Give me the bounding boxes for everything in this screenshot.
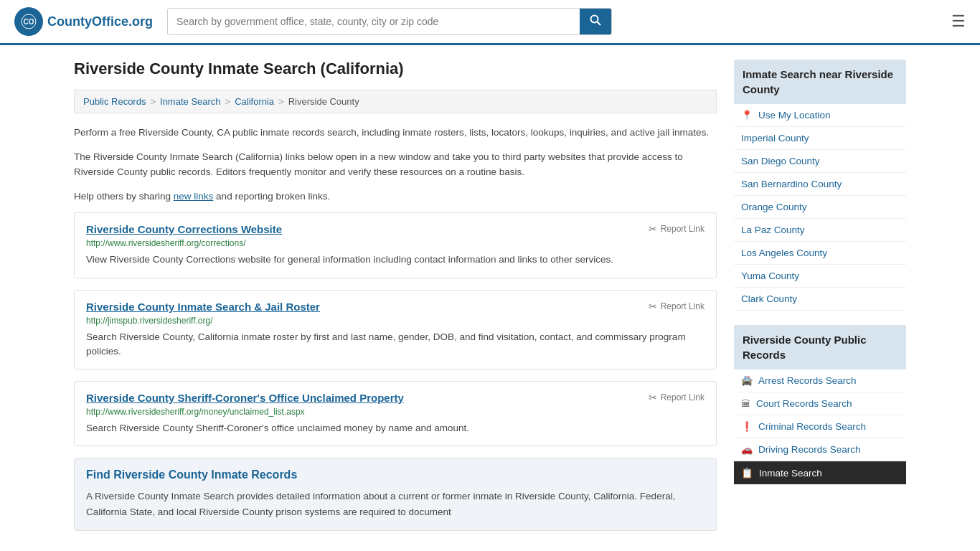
breadcrumb-sep-3: > <box>278 96 284 107</box>
public-records-section-title: Riverside County Public Records <box>734 325 906 369</box>
result-card-2: Riverside County Inmate Search & Jail Ro… <box>74 290 717 370</box>
search-input[interactable] <box>168 9 580 34</box>
san-diego-county-item[interactable]: San Diego County <box>734 150 906 173</box>
result-3-title[interactable]: Riverside County Sheriff-Coroner's Offic… <box>86 392 404 404</box>
clark-county-link[interactable]: Clark County <box>741 293 797 304</box>
orange-county-item[interactable]: Orange County <box>734 196 906 219</box>
breadcrumb: Public Records > Inmate Search > Califor… <box>74 90 717 113</box>
yuma-county-link[interactable]: Yuma County <box>741 270 799 281</box>
public-records-section: Riverside County Public Records 🚔 Arrest… <box>734 325 906 484</box>
inmate-search-label: Inmate Search <box>759 468 822 479</box>
court-records-link[interactable]: Court Records Search <box>756 398 852 409</box>
breadcrumb-item-california[interactable]: California <box>235 96 274 107</box>
main-content: Riverside County Inmate Search (Californ… <box>74 60 717 531</box>
main-container: Riverside County Inmate Search (Californ… <box>60 45 920 545</box>
site-logo[interactable]: CO CountyOffice.org <box>14 7 153 36</box>
breadcrumb-item-riverside: Riverside County <box>288 96 359 107</box>
driving-records-icon: 🚗 <box>741 444 753 455</box>
result-3-report-btn[interactable]: ✂ Report Link <box>649 392 705 403</box>
inmate-search-icon: 📋 <box>741 467 753 479</box>
find-records-desc: A Riverside County Inmate Search provide… <box>86 489 705 519</box>
search-button[interactable] <box>580 9 611 34</box>
la-paz-county-link[interactable]: La Paz County <box>741 225 805 235</box>
clark-county-item[interactable]: Clark County <box>734 288 906 311</box>
logo-text: CountyOffice.org <box>47 14 153 29</box>
arrest-records-item[interactable]: 🚔 Arrest Records Search <box>734 369 906 392</box>
report-icon-1: ✂ <box>649 223 657 235</box>
result-1-title[interactable]: Riverside County Corrections Website <box>86 223 282 235</box>
los-angeles-county-link[interactable]: Los Angeles County <box>741 248 827 258</box>
result-2-report-btn[interactable]: ✂ Report Link <box>649 301 705 312</box>
svg-point-2 <box>591 16 598 23</box>
search-bar <box>167 8 612 35</box>
san-bernardino-county-link[interactable]: San Bernardino County <box>741 179 842 189</box>
result-card-1: Riverside County Corrections Website ✂ R… <box>74 212 717 278</box>
breadcrumb-item-public-records[interactable]: Public Records <box>83 96 146 107</box>
use-my-location-link[interactable]: Use My Location <box>758 110 831 121</box>
result-2-desc: Search Riverside County, California inma… <box>86 330 705 359</box>
site-header: CO CountyOffice.org ☰ <box>0 0 980 45</box>
new-links-link[interactable]: new links <box>174 191 214 202</box>
imperial-county-item[interactable]: Imperial County <box>734 127 906 150</box>
san-diego-county-link[interactable]: San Diego County <box>741 156 820 166</box>
result-1-report-btn[interactable]: ✂ Report Link <box>649 223 705 235</box>
svg-line-3 <box>598 22 601 26</box>
sidebar: Inmate Search near Riverside County 📍 Us… <box>734 60 906 531</box>
san-bernardino-county-item[interactable]: San Bernardino County <box>734 173 906 196</box>
inmate-search-item-active[interactable]: 📋 Inmate Search <box>734 461 906 484</box>
criminal-records-link[interactable]: Criminal Records Search <box>758 421 866 432</box>
result-2-url[interactable]: http://jimspub.riversidesheriff.org/ <box>86 316 705 326</box>
la-paz-county-item[interactable]: La Paz County <box>734 219 906 242</box>
description-1: Perform a free Riverside County, CA publ… <box>74 125 717 141</box>
location-icon: 📍 <box>741 110 753 121</box>
page-title: Riverside County Inmate Search (Californ… <box>74 60 717 78</box>
yuma-county-item[interactable]: Yuma County <box>734 265 906 288</box>
result-2-title[interactable]: Riverside County Inmate Search & Jail Ro… <box>86 301 320 313</box>
driving-records-item[interactable]: 🚗 Driving Records Search <box>734 438 906 461</box>
result-3-url[interactable]: http://www.riversidesheriff.org/money/un… <box>86 407 705 417</box>
criminal-records-item[interactable]: ❗ Criminal Records Search <box>734 415 906 438</box>
court-records-item[interactable]: 🏛 Court Records Search <box>734 392 906 415</box>
breadcrumb-sep-2: > <box>225 96 231 107</box>
use-my-location-item[interactable]: 📍 Use My Location <box>734 104 906 127</box>
criminal-records-icon: ❗ <box>741 421 753 432</box>
logo-icon: CO <box>14 7 43 36</box>
orange-county-link[interactable]: Orange County <box>741 202 807 212</box>
description-2: The Riverside County Inmate Search (Cali… <box>74 149 717 180</box>
menu-button[interactable]: ☰ <box>951 12 966 31</box>
breadcrumb-item-inmate-search[interactable]: Inmate Search <box>160 96 221 107</box>
description-3: Help others by sharing new links and rep… <box>74 189 717 204</box>
arrest-records-link[interactable]: Arrest Records Search <box>758 375 857 386</box>
breadcrumb-sep-1: > <box>150 96 156 107</box>
report-icon-2: ✂ <box>649 301 657 312</box>
nearby-section: Inmate Search near Riverside County 📍 Us… <box>734 60 906 311</box>
imperial-county-link[interactable]: Imperial County <box>741 133 809 143</box>
result-1-desc: View Riverside County Corrections websit… <box>86 253 705 267</box>
result-card-3: Riverside County Sheriff-Coroner's Offic… <box>74 381 717 446</box>
report-icon-3: ✂ <box>649 392 657 403</box>
driving-records-link[interactable]: Driving Records Search <box>758 444 861 455</box>
find-records-section: Find Riverside County Inmate Records A R… <box>74 458 717 530</box>
svg-text:CO: CO <box>24 18 34 26</box>
result-3-desc: Search Riverside County Sheriff-Coroner'… <box>86 421 705 435</box>
court-records-icon: 🏛 <box>741 398 750 409</box>
arrest-records-icon: 🚔 <box>741 375 753 386</box>
los-angeles-county-item[interactable]: Los Angeles County <box>734 242 906 265</box>
result-1-url[interactable]: http://www.riversidesheriff.org/correcti… <box>86 238 705 248</box>
find-records-title: Find Riverside County Inmate Records <box>86 468 705 481</box>
nearby-section-title: Inmate Search near Riverside County <box>734 60 906 104</box>
